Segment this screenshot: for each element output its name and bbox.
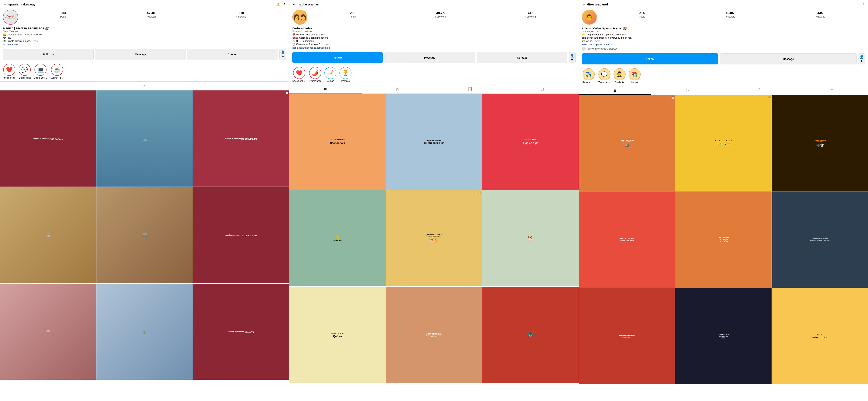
tab-tag-2[interactable]: ◻ [506, 85, 579, 93]
hpost-3[interactable]: ESPAÑOL REAL: Algo es algo [483, 94, 579, 190]
hpost-9[interactable]: 👩‍🏫 [483, 287, 579, 383]
post-cell-8[interactable]: 🌳 [96, 284, 192, 380]
hpost-2[interactable]: digo dices dice decimos decís dicen [386, 94, 482, 190]
tab-video-3[interactable]: ▷ [651, 86, 723, 95]
followed-by-3: Followed by spanish.takeaway [582, 47, 865, 51]
action-buttons-3: Follow Message 👤+ [579, 53, 868, 67]
multi-post-icon-d1: ⧉ [672, 96, 674, 99]
action-buttons-1: Follo... ▾ Message Contact 👤+ [0, 48, 289, 62]
follow-button-2[interactable]: Follow [292, 52, 383, 63]
highlight-support[interactable]: ☕ Support my ... [50, 64, 64, 79]
bio-more-1[interactable]: more [33, 39, 39, 42]
bio-3: Alberto / Online Spanish teacher 🇪🇸 Lang… [579, 27, 868, 53]
bio-line-d3: life topics... more [582, 39, 865, 42]
contact-button-1[interactable]: Contact [187, 49, 278, 60]
post-cell-5[interactable]: 🏙️ [96, 187, 192, 283]
tab-tag-3[interactable]: ◻ [796, 86, 868, 95]
dpost-8[interactable]: LAST CHANCE Conversation CLUB [675, 288, 771, 384]
hpost-4[interactable]: 🐈 MIAU el gato [289, 190, 385, 286]
highlight-expresiones[interactable]: 🌶️ Expresiones [309, 67, 321, 82]
tab-grid-3[interactable]: ⊞ [579, 86, 651, 95]
dpost-1[interactable]: ⧉ FOOD PACKAGING IN SPANISH 🍱 [579, 95, 675, 191]
more-icon-3[interactable]: ⋮ [862, 2, 865, 7]
post-cell-9[interactable]: Spanish expression ¡Basta ya! [193, 284, 289, 380]
profile-info-2: 👩‍👩 288 Posts 38.7K Followers 618 Follow… [289, 8, 579, 27]
post-cell-7[interactable]: 🏳️ [0, 284, 96, 380]
highlight-testimonios[interactable]: 💬 Testimonios [598, 68, 611, 84]
highlight-clases[interactable]: 📚 Clases [628, 68, 641, 84]
panel-spanish-takeaway: ← spanish.takeaway 🔔 ⋮ Spanish TAKEAWAY … [0, 0, 289, 401]
header-1: ← spanish.takeaway 🔔 ⋮ [0, 0, 289, 8]
dpost-5[interactable]: LOS 4 VERBOS DE CAMBIO EN ESPAÑOL [675, 191, 771, 287]
bio-link-2[interactable]: hablaespanolconellas.com/es/hola/ [292, 47, 331, 49]
bio-line-h4: 🏆 Ganadoras Premios E... more [292, 43, 576, 45]
post-cell-1[interactable]: Spanish expression ¡Qué coño...! [0, 90, 96, 187]
dpost-9[interactable]: El título ¿Qué tal? / ¿Qué va? [772, 288, 868, 384]
back-button[interactable]: ← [3, 2, 7, 7]
tabs-1: ⊞ ▷ ◻ [0, 82, 289, 90]
hpost-1[interactable]: PALABRAS ESPAÑOL Cachondo/a [289, 94, 385, 190]
hpost-8[interactable]: 3 FORMAS DE DEC QUE LA COMIDA ESTÁ BUENA [386, 287, 482, 383]
more-icon-2[interactable]: ⋮ [572, 2, 576, 7]
hpost-7[interactable]: ESPAÑOL REAL: Qué va [289, 287, 385, 383]
hpost-6[interactable]: 🐕 [483, 190, 579, 286]
back-button-2[interactable]: ← [292, 2, 296, 7]
following-stat-2: 618 Following [525, 11, 536, 18]
bio-link-1[interactable]: bio.site/5cPEUJ [3, 43, 20, 46]
message-button-3[interactable]: Message [720, 53, 857, 64]
add-person-button-3[interactable]: 👤+ [858, 53, 865, 64]
header-icons-3: ⋮ [862, 2, 865, 7]
bio-line-h2: 🎓🇪🇸 Certified Spanish teachers [292, 36, 576, 39]
add-person-button-1[interactable]: 👤+ [279, 49, 286, 60]
back-button-3[interactable]: ← [582, 2, 586, 7]
posts-stat-2: 288 Posts [350, 11, 356, 18]
message-button-2[interactable]: Message [384, 52, 475, 63]
tab-tag-1[interactable]: ◻ [193, 82, 289, 90]
highlight-viajes[interactable]: ✈️ Viajes en Es... [582, 68, 595, 84]
following-stat-3: 434 Following [815, 11, 825, 18]
post-cell-6[interactable]: Spanish expression 'Te queda bien' [193, 187, 289, 283]
header-3: ← directespanol ⋮ [579, 0, 868, 8]
bio-line-2: 🎓 PhD [3, 36, 286, 39]
tab-video-1[interactable]: ▷ [96, 82, 193, 90]
tab-book-3[interactable]: 📋 [723, 86, 796, 95]
tab-grid-1[interactable]: ⊞ [0, 82, 96, 90]
post-cell-4[interactable]: 🏛️ [0, 187, 96, 283]
message-button-1[interactable]: Message [95, 49, 186, 60]
bio-line-1: 🇪🇸 Useful Spanish for your daily life [3, 33, 286, 36]
dpost-7[interactable]: Spanish Conversation Respuesta... [579, 288, 675, 384]
profile-info-3: 👨 214 Posts 40.8K Followers 434 Followin… [579, 8, 868, 27]
bio-category-3: Language school [582, 30, 865, 33]
contact-button-2[interactable]: Contact [476, 52, 567, 63]
bio-more-3[interactable]: more [595, 39, 600, 42]
highlight-expressions[interactable]: 💬 Expressions [19, 64, 31, 79]
follow-button-3[interactable]: Follow [582, 53, 718, 64]
header-icons-1: 🔔 ⋮ [276, 2, 286, 7]
bio-more-2[interactable]: more [323, 43, 329, 45]
multi-post-icon-h5: ▷ [479, 191, 481, 194]
post-grid-1: Spanish expression ¡Qué coño...! 🛥️ ⧉ Sp… [0, 90, 289, 380]
bell-icon[interactable]: 🔔 [276, 2, 280, 7]
highlight-students[interactable]: 👩‍🎓 Students [614, 68, 626, 84]
post-cell-3[interactable]: ⧉ Spanish expression 'De puta madre' [193, 90, 289, 187]
highlight-testimonials[interactable]: ❤️ Testimonials [3, 64, 16, 79]
tab-grid-2[interactable]: ⊞ [289, 85, 362, 93]
dpost-6[interactable]: Sensaciones físicas verbos TENER y ESTAR [772, 191, 868, 287]
bio-link-3[interactable]: www.directespanol.com/free/ [582, 43, 613, 46]
highlight-verbos[interactable]: 📝 Verbos [324, 67, 336, 82]
more-icon[interactable]: ⋮ [283, 2, 286, 7]
add-person-button-2[interactable]: 👤+ [569, 52, 576, 63]
post-cell-2[interactable]: 🛥️ [96, 90, 192, 187]
highlight-recomenda[interactable]: ❤️ Recomenda... [292, 67, 306, 82]
dpost-4[interactable]: Palabras Acortadas PROFE · UNI · COLE [579, 191, 675, 287]
follow-button-1[interactable]: Follo... ▾ [3, 49, 94, 60]
dpost-2[interactable]: ⧉ Emociones en Español 😀😢😠😱 [675, 95, 771, 191]
highlight-premios[interactable]: 🏆 Premios [339, 67, 351, 82]
dpost-3[interactable]: HALLOWEEN IN SPANISH 🕷️👻 [772, 95, 868, 191]
highlight-online-less[interactable]: 💻 Online Less... [34, 64, 47, 79]
following-stat-1: 319 Following [236, 11, 246, 18]
tab-video-2[interactable]: ▷ [362, 85, 434, 93]
posts-stat-3: 214 Posts [639, 11, 645, 18]
tab-book-2[interactable]: 📋 [434, 85, 506, 93]
hpost-5[interactable]: ▷ ¿TIENES MASCOTA? ¿CÓMO SE LLAMA? 🐕🐈 [386, 190, 482, 286]
